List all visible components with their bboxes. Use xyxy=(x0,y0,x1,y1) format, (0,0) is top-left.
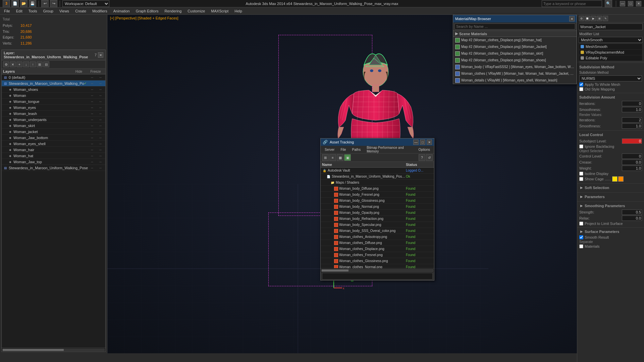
menu-item-customize[interactable]: Customize xyxy=(185,8,208,14)
search-btn[interactable]: 🔍 xyxy=(605,0,612,7)
smooth-result-checkbox[interactable] xyxy=(579,235,583,239)
asset-tool-2[interactable]: ≡ xyxy=(329,154,336,161)
soft-selection-expand[interactable]: ▶ xyxy=(579,186,583,190)
menu-item-group[interactable]: Group xyxy=(40,8,56,14)
control-level-input[interactable] xyxy=(622,154,642,159)
show-cage-checkbox[interactable] xyxy=(579,177,583,181)
render-smoothness-input[interactable] xyxy=(622,123,642,129)
asset-item-16[interactable]: Woman_clothes_Normal.pngFound xyxy=(321,264,434,268)
asset-scroll-thumb[interactable] xyxy=(322,269,348,272)
layer-tool-add[interactable]: + xyxy=(16,61,22,67)
asset-item-3[interactable]: Woman_body_Diffuse.pngFound xyxy=(321,186,434,192)
asset-item-5[interactable]: Woman_body_Glossiness.pngFound xyxy=(321,198,434,204)
layer-item-15[interactable]: ▤Stewardess_in_Maroon_Uniform_Walking_Po… xyxy=(2,165,105,171)
layer-item-3[interactable]: ◈Woman---- xyxy=(2,93,105,99)
layer-item-8[interactable]: ◈Woman_skirt---- xyxy=(2,123,105,129)
mod-icon-2[interactable]: 🔲 xyxy=(585,16,590,21)
layer-item-1[interactable]: ▤Stewardess_in_Maroon_Uniform_Walking_Po… xyxy=(2,80,105,86)
material-search-input[interactable] xyxy=(454,23,575,29)
asset-refresh-btn[interactable]: ↺ xyxy=(426,154,433,161)
materials-checkbox[interactable] xyxy=(579,244,583,248)
modifier-entry-edpoly[interactable]: Editable Poly xyxy=(579,55,642,61)
menu-item-maxscript[interactable]: MAXScript xyxy=(208,8,231,14)
layers-close-btn[interactable]: ✕ xyxy=(98,52,103,58)
new-btn[interactable]: 📄 xyxy=(11,0,19,7)
menu-item-views[interactable]: Views xyxy=(57,8,72,14)
project-limit-checkbox[interactable] xyxy=(579,222,583,226)
search-input[interactable] xyxy=(542,0,602,7)
open-btn[interactable]: 📂 xyxy=(20,0,28,7)
material-item-2[interactable]: Map #2 (Woman_clothes_Displace.png) [Wom… xyxy=(453,50,577,57)
material-item-0[interactable]: Map #2 (Woman_clothes_Displace.png) [Wom… xyxy=(453,37,577,44)
menu-item-graph-editors[interactable]: Graph Editors xyxy=(133,8,161,14)
layer-tool-6[interactable]: ⊞ xyxy=(37,61,43,67)
surface-params-expand[interactable]: ▶ xyxy=(579,230,583,234)
asset-tool-1[interactable]: ⊞ xyxy=(322,154,329,161)
asset-menu-options[interactable]: Options xyxy=(416,146,433,153)
layer-item-11[interactable]: ◈Woman_eyes_shell---- xyxy=(2,141,105,147)
layer-tool-5[interactable]: ↑ xyxy=(30,61,36,67)
layer-item-9[interactable]: ◈Woman_jacket---- xyxy=(2,129,105,135)
render-iterations-input[interactable] xyxy=(622,117,642,123)
subobject-level-input[interactable] xyxy=(622,138,642,144)
mod-icon-4[interactable]: ⊞ xyxy=(597,16,602,21)
menu-item-tools[interactable]: Tools xyxy=(26,8,40,14)
strength-input[interactable] xyxy=(622,209,642,215)
method-dropdown[interactable]: NURMS xyxy=(579,75,642,81)
mod-icon-5[interactable]: ✎ xyxy=(603,16,608,21)
ignore-backfacing-checkbox[interactable] xyxy=(579,144,583,148)
menu-item-rendering[interactable]: Rendering xyxy=(162,8,184,14)
asset-item-14[interactable]: Woman_clothes_Fresnel.pngFound xyxy=(321,252,434,258)
material-browser-close[interactable]: ✕ xyxy=(569,16,575,21)
asset-tool-3[interactable]: ▦ xyxy=(337,154,343,161)
menu-item-create[interactable]: Create xyxy=(72,8,89,14)
workspace-dropdown[interactable]: Workspace: Default xyxy=(62,0,109,7)
parameters-expand[interactable]: ▶ xyxy=(579,195,583,199)
asset-menu-server[interactable]: Server xyxy=(322,146,337,153)
asset-menu-file[interactable]: File xyxy=(338,146,348,153)
layer-item-4[interactable]: ◈Woman_tongue---- xyxy=(2,99,105,105)
layer-item-10[interactable]: ◈Woman_Jaw_bottom---- xyxy=(2,135,105,141)
asset-max-btn[interactable]: □ xyxy=(420,139,425,145)
asset-scrollbar-h[interactable] xyxy=(321,268,434,272)
asset-item-8[interactable]: Woman_body_Refraction.pngFound xyxy=(321,216,434,222)
cage-color-1[interactable] xyxy=(612,176,618,182)
asset-menu-bitmap-performance-and-memory[interactable]: Bitmap Performance and Memory xyxy=(364,146,415,153)
modifier-entry-vray[interactable]: VRayDisplacementMod xyxy=(579,50,642,55)
asset-help-btn[interactable]: ? xyxy=(419,154,425,161)
asset-item-13[interactable]: Woman_clothes_Displace.pngFound xyxy=(321,246,434,252)
layer-item-14[interactable]: ◈Woman_Jaw_top---- xyxy=(2,159,105,165)
material-item-4[interactable]: Woman_body ( VRayFastSSS2 ) [Woman_eyes,… xyxy=(453,64,577,70)
object-name-input[interactable] xyxy=(579,23,643,30)
apply-whole-mesh-checkbox[interactable] xyxy=(579,82,583,86)
layers-scroll-thumb[interactable] xyxy=(3,349,64,351)
close-btn[interactable]: ✕ xyxy=(636,1,641,6)
layer-tool-1[interactable]: ⚙ xyxy=(3,61,9,67)
asset-item-1[interactable]: 📄Stewardess_in_Maroon_Uniform_Walking_Po… xyxy=(321,174,434,180)
asset-close-btn[interactable]: ✕ xyxy=(427,139,432,145)
asset-item-6[interactable]: Woman_body_Normal.pngFound xyxy=(321,204,434,210)
smoothing-params-expand[interactable]: ▶ xyxy=(579,204,583,208)
asset-item-11[interactable]: Woman_clothes_Anisotropy.pngFound xyxy=(321,234,434,240)
app-icon[interactable]: 3 xyxy=(3,0,10,7)
weight-input[interactable] xyxy=(622,166,642,171)
layer-tool-close[interactable]: ✕ xyxy=(10,61,16,67)
asset-min-btn[interactable]: — xyxy=(413,139,419,145)
layer-item-5[interactable]: ◈Woman_eyes---- xyxy=(2,105,105,111)
menu-item-animation[interactable]: Animation xyxy=(111,8,132,14)
menu-item-edit[interactable]: Edit xyxy=(13,8,25,14)
old-style-checkbox[interactable] xyxy=(579,87,583,91)
save-btn[interactable]: 💾 xyxy=(29,0,36,7)
asset-item-10[interactable]: Woman_body_SSS_Overal_color.pngFound xyxy=(321,228,434,234)
minimize-btn[interactable]: — xyxy=(620,1,625,6)
material-item-3[interactable]: Map #2 (Woman_clothes_Displace.png) [Wom… xyxy=(453,57,577,64)
redo-btn[interactable]: ↪ xyxy=(50,0,57,7)
iterations-input[interactable] xyxy=(622,101,642,106)
asset-item-12[interactable]: Woman_clothes_Diffuse.pngFound xyxy=(321,240,434,246)
modifier-entry-meshsmooth[interactable]: MeshSmooth xyxy=(579,44,642,50)
asset-item-2[interactable]: 📁Maps / Shaders xyxy=(321,180,434,186)
layer-tool-7[interactable]: ⊟ xyxy=(43,61,49,67)
material-item-6[interactable]: Woman_details ( VRayMtl ) [Woman_eyes_sh… xyxy=(453,77,577,84)
layer-item-0[interactable]: ▤0 (default)---- xyxy=(2,74,105,80)
layer-item-7[interactable]: ◈Woman_underpants---- xyxy=(2,117,105,123)
